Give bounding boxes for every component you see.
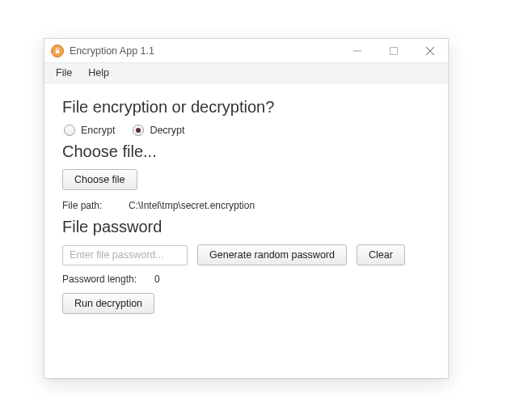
app-window: Encryption App 1.1 File Help File encryp… <box>44 38 449 379</box>
svg-rect-1 <box>56 50 59 53</box>
file-path-label: File path: <box>62 200 114 211</box>
mode-radio-group: Encrypt Decrypt <box>62 125 430 136</box>
close-button[interactable] <box>412 39 448 62</box>
password-length-label: Password length: <box>62 274 137 285</box>
choose-file-button[interactable]: Choose file <box>62 169 137 190</box>
titlebar: Encryption App 1.1 <box>44 39 448 63</box>
password-input[interactable] <box>62 245 188 265</box>
menu-file[interactable]: File <box>48 63 80 83</box>
menubar: File Help <box>44 63 448 83</box>
radio-decrypt[interactable]: Decrypt <box>133 125 184 136</box>
menu-help[interactable]: Help <box>80 63 117 83</box>
mode-section-title: File encryption or decryption? <box>62 98 430 117</box>
generate-password-button[interactable]: Generate random password <box>197 244 347 265</box>
run-button[interactable]: Run decryption <box>62 293 154 314</box>
radio-decrypt-label: Decrypt <box>150 125 184 136</box>
radio-encrypt[interactable]: Encrypt <box>64 125 115 136</box>
radio-dot-icon <box>64 125 75 136</box>
clear-password-button[interactable]: Clear <box>357 244 405 265</box>
app-icon <box>51 45 64 57</box>
password-length-value: 0 <box>154 274 160 285</box>
radio-dot-icon <box>133 125 144 136</box>
svg-rect-3 <box>390 47 397 54</box>
maximize-button[interactable] <box>375 39 412 62</box>
content-area: File encryption or decryption? Encrypt D… <box>44 83 448 329</box>
window-title: Encryption App 1.1 <box>70 45 154 57</box>
radio-encrypt-label: Encrypt <box>81 125 115 136</box>
minimize-button[interactable] <box>339 39 375 62</box>
password-section-title: File password <box>62 218 430 236</box>
password-length-row: Password length: 0 <box>62 274 430 285</box>
choose-section-title: Choose file... <box>62 142 430 161</box>
file-path-row: File path: C:\Intel\tmp\secret.encryptio… <box>62 200 430 211</box>
file-path-value: C:\Intel\tmp\secret.encryption <box>129 200 255 211</box>
